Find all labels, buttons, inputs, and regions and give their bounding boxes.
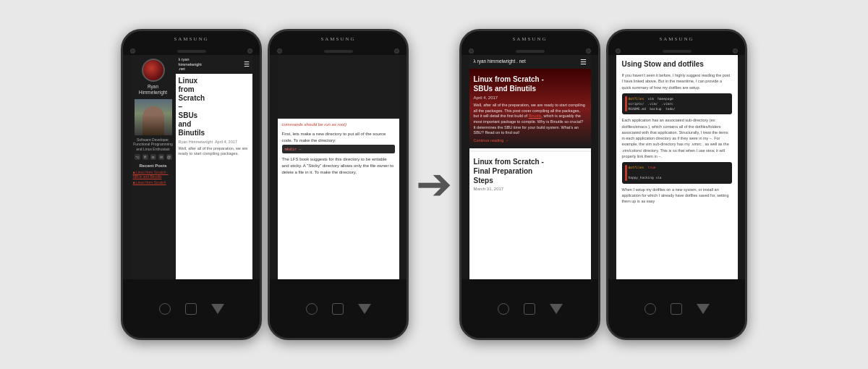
hackerrank-icon: H [142,154,148,160]
phone-3-camera-row [461,47,598,55]
phone-1-header: λ ryanhimmelwright.net ☰ [176,55,252,74]
phone-4-screen: Using Stow and dotfiles If you haven't s… [616,55,738,279]
camera-dot-1 [130,48,135,54]
code-sidebar-indicator-2 [625,165,627,181]
phone-2-bottom-bar [270,279,407,338]
linkedin-icon: in [150,154,156,160]
post-meta-1: Ryan Himmelwright April 4, 2017 [179,140,250,144]
post-date-3-1: April 4, 2017 [474,96,587,100]
code-block-4-1: dotfiles vim homepage scripts/ .vim/ .vi… [622,93,732,115]
recent-post-item-1[interactable]: ■ Linux from Scratch - SBUs and Binutils [133,170,174,179]
sensor-3 [586,48,591,54]
mid-text-4: Each application has an associated sub-d… [622,117,732,159]
profile-photo-1 [135,99,172,135]
bio-text-1: Software Developer,Functional Programmin… [133,137,172,152]
speaker-3 [516,50,545,53]
site-name-3: λ ryan himmelwright . net [474,59,526,64]
phone-1: SAMSUNG RyanHimmelwright Software Develo… [121,29,262,340]
home-btn-1[interactable] [185,303,197,315]
recent-btn-3[interactable] [550,304,563,314]
social-icons-1: ⌥ H in ✉ @ [135,154,172,160]
sensor-4 [733,48,738,54]
phone-1-top-bar: SAMSUNG [123,31,260,47]
p2-lfs-text: The LFS book suggests for this directory… [282,156,395,176]
home-btn-3[interactable] [524,303,535,315]
phone-1-bottom-bar [123,279,260,338]
recent-post-item-2[interactable]: ■ Linux from Scratch [133,180,174,184]
samsung-logo-1: SAMSUNG [174,36,208,42]
phone-4-camera-row [608,47,745,55]
code-block-4-2: dotfiles true happy_hacking via [622,162,732,184]
recent-btn-2[interactable] [358,304,371,314]
main-scene: SAMSUNG RyanHimmelwright Software Develo… [0,0,868,369]
back-btn-2[interactable] [306,303,318,315]
phone-3-bottom-bar [461,279,598,338]
phone-2-camera-row [270,47,407,55]
camera-dot-4 [616,48,621,54]
speaker-4 [663,50,692,53]
home-btn-4[interactable] [671,303,682,315]
arrow-indicator: ➔ [416,163,452,206]
recent-btn-1[interactable] [211,304,224,314]
post-excerpt-3-1: Well, after all of the preparation, we a… [474,103,587,136]
home-btn-2[interactable] [332,303,344,315]
phone-3-screen: λ ryan himmelwright . net ☰ Linux from S… [469,55,591,279]
phone-3-top-bar: SAMSUNG [461,31,598,47]
phone-4: SAMSUNG Using Stow and dotfiles If you h… [606,29,747,340]
email-icon: @ [166,154,172,160]
phone-1-main-content: λ ryanhimmelwright.net ☰ LinuxfromScratc… [176,55,252,279]
speaker-2 [324,50,353,53]
post-title-3-2: Linux from Scratch -Final PreparationSte… [474,157,587,185]
samsung-logo-3: SAMSUNG [512,36,547,42]
camera-dot-2 [277,48,282,54]
site-name-1: λ ryanhimmelwright.net [179,57,202,72]
phone-1-sidebar: RyanHimmelwright Software Developer,Func… [131,55,176,279]
back-btn-1[interactable] [159,303,171,315]
phone-2-screen: commands should be run as root) First, l… [278,55,399,279]
code-sidebar-indicator [625,96,627,112]
intro-text-4: If you haven't seen it before, I highly … [622,72,732,90]
phone-3-post2: Linux from Scratch -Final PreparationSte… [469,154,591,194]
phone-1-camera-row [123,47,260,55]
continue-reading-link[interactable]: Continue reading → [474,138,587,143]
twitter-icon: ✉ [158,154,164,160]
sensor-1 [247,48,252,54]
phone-2: SAMSUNG commands should be run as root) … [268,29,409,340]
code-content-4-2: dotfiles true happy_hacking via [629,165,662,181]
sensor-2 [394,48,399,54]
p2-intro-text: First, lets make a new directory to put … [282,131,395,144]
p2-commands-note: commands should be run as root) [282,122,395,128]
samsung-logo-2: SAMSUNG [320,36,355,42]
speaker-1 [177,50,206,53]
post-date-3-2: March 31, 2017 [474,187,587,191]
hamburger-icon-1[interactable]: ☰ [244,61,250,68]
phone-3-hero: Linux from Scratch -SBUs and Binutils Ap… [469,69,591,148]
recent-btn-4[interactable] [697,304,710,314]
closing-text-4: When I setup my dotfiles on a new system… [622,187,732,205]
post-title-1: LinuxfromScratch–SBUsandBinutils [179,77,250,137]
post-excerpt-1: Well, after all of the preparation, we a… [179,146,250,157]
phone-4-bottom-bar [608,279,745,338]
phone-2-header-bar [278,55,399,68]
post-title-3-1: Linux from Scratch -SBUs and Binutils [474,75,587,93]
hamburger-icon-3[interactable]: ☰ [580,58,587,66]
avatar-1 [142,59,165,82]
sidebar-name-1: RyanHimmelwright [139,84,167,96]
phone-1-screen: RyanHimmelwright Software Developer,Func… [131,55,252,279]
samsung-logo-4: SAMSUNG [659,36,694,42]
phone-2-content: commands should be run as root) First, l… [278,119,399,279]
person-silhouette [142,106,164,135]
phone-3: SAMSUNG λ ryan himmelwright . net ☰ Linu… [459,29,600,340]
phone-3-header: λ ryan himmelwright . net ☰ [469,55,591,69]
recent-posts-label-1: Recent Posts [139,164,166,168]
github-icon: ⌥ [135,154,140,160]
code-content-4-1: dotfiles vim homepage scripts/ .vim/ .vi… [629,96,676,112]
p3-divider [469,150,591,152]
article-title-4: Using Stow and dotfiles [622,59,732,69]
phone-2-dark-section [278,68,399,119]
back-btn-4[interactable] [644,303,656,315]
back-btn-3[interactable] [498,303,509,315]
phone-2-top-bar: SAMSUNG [270,31,407,47]
p2-mkdir-code: mkdir – [282,145,395,153]
phone-4-top-bar: SAMSUNG [608,31,745,47]
